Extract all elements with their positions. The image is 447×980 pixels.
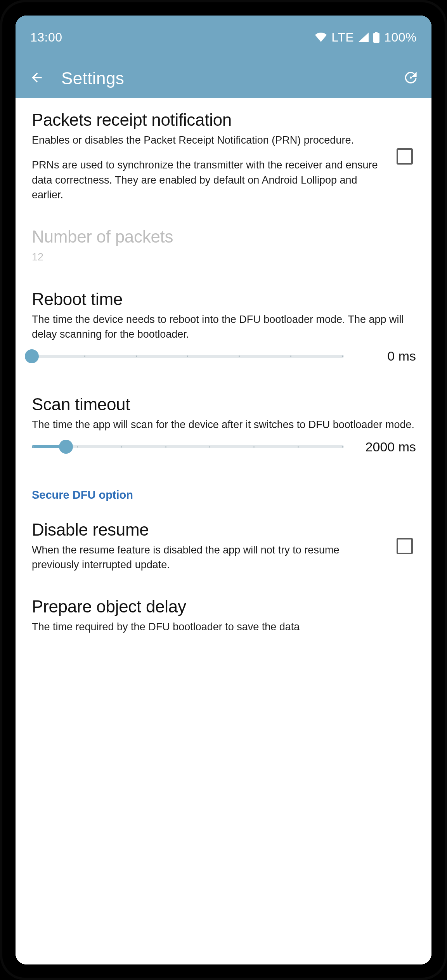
signal-icon <box>359 33 369 42</box>
disable-resume-checkbox[interactable] <box>397 538 413 554</box>
setting-title: Packets receipt notification <box>32 110 386 130</box>
setting-scan-timeout[interactable]: Scan timeout The time the app will scan … <box>16 382 431 439</box>
scan-timeout-value: 2000 ms <box>358 439 416 454</box>
page-title: Settings <box>61 69 124 88</box>
setting-title: Scan timeout <box>32 395 416 414</box>
status-bar: 13:00 LTE 100% <box>16 16 431 59</box>
setting-desc: The time the device needs to reboot into… <box>32 312 416 342</box>
reboot-time-slider-block: 0 ms <box>16 349 431 382</box>
slider-thumb[interactable] <box>25 349 39 363</box>
app-bar: Settings <box>16 59 431 98</box>
screen: 13:00 LTE 100% Set <box>16 16 431 964</box>
setting-desc: The time the app will scan for the devic… <box>32 417 416 432</box>
setting-desc-extra: PRNs are used to synchronize the transmi… <box>32 158 386 202</box>
network-label: LTE <box>331 30 354 45</box>
setting-title: Disable resume <box>32 520 386 539</box>
settings-content[interactable]: Packets receipt notification Enables or … <box>16 98 431 964</box>
battery-icon <box>373 32 379 43</box>
back-button[interactable] <box>26 68 47 89</box>
setting-desc: The time required by the DFU bootloader … <box>32 619 416 634</box>
device-frame: 13:00 LTE 100% Set <box>0 0 447 980</box>
scan-timeout-slider[interactable] <box>32 440 344 453</box>
svg-rect-1 <box>373 33 379 43</box>
battery-label: 100% <box>384 30 417 45</box>
setting-number-of-packets: Number of packets 12 <box>16 215 431 277</box>
wifi-icon <box>315 33 327 42</box>
setting-value: 12 <box>32 250 416 264</box>
arrow-back-icon <box>29 70 44 87</box>
reboot-time-slider[interactable] <box>32 350 344 363</box>
home-indicator[interactable] <box>165 953 282 957</box>
restore-defaults-button[interactable] <box>400 68 421 89</box>
setting-desc: Enables or disables the Packet Receipt N… <box>32 133 386 147</box>
svg-rect-0 <box>375 32 378 33</box>
setting-prepare-object-delay[interactable]: Prepare object delay The time required b… <box>16 585 431 638</box>
restore-icon <box>402 70 418 87</box>
status-right: LTE 100% <box>315 30 417 45</box>
section-secure-dfu: Secure DFU option <box>16 473 431 508</box>
slider-thumb[interactable] <box>59 440 73 454</box>
setting-reboot-time[interactable]: Reboot time The time the device needs to… <box>16 277 431 349</box>
setting-title: Reboot time <box>32 290 416 309</box>
setting-desc: When the resume feature is disabled the … <box>32 543 386 572</box>
setting-packets-receipt-notification[interactable]: Packets receipt notification Enables or … <box>16 98 431 215</box>
status-time: 13:00 <box>30 30 62 45</box>
reboot-time-value: 0 ms <box>358 349 416 364</box>
setting-title: Prepare object delay <box>32 597 416 616</box>
setting-disable-resume[interactable]: Disable resume When the resume feature i… <box>16 508 431 585</box>
svg-point-2 <box>410 76 412 78</box>
prn-checkbox[interactable] <box>397 148 413 165</box>
setting-title: Number of packets <box>32 227 416 246</box>
scan-timeout-slider-block: 2000 ms <box>16 439 431 473</box>
